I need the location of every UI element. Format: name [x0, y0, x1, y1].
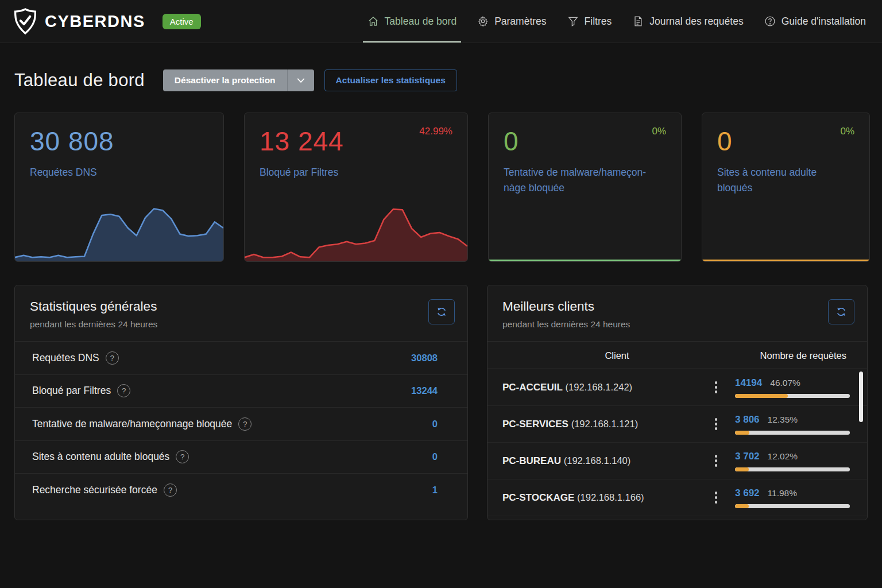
card-percent: 0% — [652, 126, 666, 137]
stat-label: Recherche sécurisée forcée — [32, 484, 157, 496]
card-label: Sites à contenu adulte bloqués — [717, 165, 854, 196]
stat-value: 1 — [432, 485, 438, 496]
kebab-menu-icon[interactable] — [709, 492, 724, 504]
card-percent: 0% — [840, 126, 854, 137]
chevron-down-icon — [296, 75, 306, 86]
stat-row: Sites à contenu adulte bloqués ? 0 — [15, 441, 467, 474]
help-icon[interactable]: ? — [117, 384, 130, 397]
client-metrics: 14194 46.07% — [735, 377, 850, 398]
client-request-percent: 12.02% — [768, 451, 798, 462]
card-label: Tentative de malware/hameçon-nàge bloqué… — [504, 165, 666, 196]
stat-row: Requétes DNS ? 30808 — [15, 342, 467, 375]
disable-protection-split-button: Désactiver la protection — [163, 69, 314, 91]
client-progress-bar — [735, 431, 850, 435]
kebab-menu-icon[interactable] — [709, 455, 724, 467]
stat-value: 30808 — [411, 353, 438, 363]
nav-item-setup-guide[interactable]: Guide d'installation — [764, 0, 866, 42]
disable-protection-dropdown-button[interactable] — [287, 69, 314, 91]
client-progress-bar — [735, 394, 850, 398]
client-ip: (192.168.1.166) — [577, 492, 644, 502]
client-hostname: PC-ACCEUIL — [502, 382, 563, 393]
column-header-requests: Nombre de requètes — [732, 350, 846, 361]
stat-row: Recherche sécurisée forcée ? 1 — [15, 474, 467, 507]
kebab-menu-icon[interactable] — [709, 418, 724, 430]
card-accent-line — [489, 260, 681, 261]
status-badge: Active — [163, 14, 201, 29]
refresh-icon — [436, 306, 447, 318]
top-clients-panel: Meilleurs clients pendant les dernières … — [487, 285, 868, 520]
client-row[interactable]: PC-STOCKAGE (192.168.1.166) 3 692 11.98% — [488, 479, 867, 516]
client-ip: (192.168.1.140) — [564, 455, 631, 466]
nav-item-dashboard[interactable]: Tableau de bord — [368, 0, 457, 42]
kebab-menu-icon[interactable] — [709, 381, 724, 393]
panel-title: Meilleurs clients — [502, 299, 630, 314]
page-title: Tableau de bord — [14, 70, 145, 91]
dns-queries-sparkline-chart — [15, 205, 223, 261]
card-label: Bloqué par Filtres — [260, 165, 426, 180]
client-row[interactable]: PC-ACCEUIL (192.168.1.242) 14194 46.07% — [488, 369, 867, 406]
help-icon — [764, 16, 776, 27]
stat-label: Sites à contenu adulte bloqués — [32, 451, 169, 463]
card-value: 30 808 — [30, 126, 208, 157]
app-header: CYBERDNS Active Tableau de bord Paramètr… — [0, 0, 882, 43]
stat-label: Tentative de malware/hameçonnage bloquée — [32, 418, 232, 430]
brand: CYBERDNS Active — [13, 7, 201, 35]
client-request-count: 3 702 — [735, 451, 760, 462]
client-request-percent: 12.35% — [768, 415, 798, 425]
main-nav: Tableau de bord Paramètres Filtres Journ… — [368, 0, 866, 42]
brand-name: CYBERDNS — [45, 12, 145, 31]
home-icon — [368, 16, 379, 27]
general-statistics-panel: Statistiques générales pendant les derni… — [14, 285, 468, 520]
clients-scrollbar-thumb[interactable] — [859, 372, 863, 422]
nav-item-settings[interactable]: Paramètres — [477, 0, 546, 42]
client-request-percent: 11.98% — [768, 488, 797, 498]
disable-protection-button[interactable]: Désactiver la protection — [163, 69, 287, 91]
nav-item-label: Tableau de bord — [385, 16, 457, 28]
panel-title: Statistiques générales — [30, 299, 157, 314]
help-icon[interactable]: ? — [176, 450, 189, 463]
client-row[interactable]: PC-SERVICES (192.168.1.121) 3 806 12.35% — [488, 406, 867, 443]
card-percent: 42.99% — [419, 126, 452, 137]
card-blocked-by-filters: 13 244 42.99% Bloqué par Filtres — [244, 113, 468, 262]
refresh-general-stats-button[interactable] — [428, 299, 455, 324]
client-request-count: 3 692 — [735, 488, 760, 499]
nav-item-query-log[interactable]: Journal des requétes — [632, 0, 743, 42]
client-ip: (192.168.1.121) — [571, 419, 639, 429]
client-request-percent: 46.07% — [770, 378, 800, 388]
panels: Statistiques générales pendant les derni… — [14, 285, 868, 520]
shield-check-logo-icon — [13, 7, 38, 35]
stat-row: Bloqué par Filtres ? 13244 — [15, 375, 467, 408]
client-ip: (192.168.1.242) — [566, 382, 633, 392]
client-name: PC-SERVICES (192.168.1.121) — [502, 419, 709, 430]
card-value: 0 — [504, 126, 666, 157]
client-hostname: PC-SERVICES — [502, 419, 568, 430]
panel-header: Statistiques générales pendant les derni… — [15, 285, 467, 342]
title-row: Tableau de bord Désactiver la protection… — [14, 69, 868, 91]
help-icon[interactable]: ? — [238, 417, 252, 431]
stat-cards: 30 808 Requétes DNS 13 244 42.99% Bloqué… — [14, 113, 868, 262]
refresh-icon — [835, 306, 847, 318]
client-hostname: PC-BUREAU — [502, 455, 561, 466]
panel-subtitle: pendant les dernières 24 heures — [30, 319, 157, 330]
stat-value: 0 — [432, 419, 438, 430]
nav-item-filters[interactable]: Filtres — [567, 0, 612, 42]
refresh-top-clients-button[interactable] — [828, 299, 854, 324]
card-label: Requétes DNS — [30, 165, 196, 180]
column-header-client: Client — [502, 350, 732, 361]
stat-value: 0 — [432, 451, 438, 462]
panel-subtitle: pendant les dernières 24 heures — [502, 319, 630, 330]
clients-table-header: Client Nombre de requètes — [488, 342, 867, 369]
stat-row: Tentative de malware/hameçonnage bloquée… — [15, 408, 467, 441]
blocked-filters-sparkline-chart — [245, 205, 467, 261]
stat-label: Bloqué par Filtres — [32, 385, 111, 397]
client-metrics: 3 702 12.02% — [735, 451, 850, 471]
card-accent-line — [702, 260, 869, 261]
client-row[interactable]: PC-BUREAU (192.168.1.140) 3 702 12.02% — [488, 443, 867, 479]
card-malware-blocked: 0 0% Tentative de malware/hameçon-nàge b… — [488, 113, 682, 262]
client-request-count: 14194 — [735, 377, 762, 389]
help-icon[interactable]: ? — [164, 483, 177, 497]
nav-item-label: Guide d'installation — [782, 16, 866, 28]
refresh-statistics-button[interactable]: Actualiser les statistiques — [324, 69, 457, 91]
client-name: PC-BUREAU (192.168.1.140) — [502, 455, 709, 467]
help-icon[interactable]: ? — [106, 351, 119, 365]
